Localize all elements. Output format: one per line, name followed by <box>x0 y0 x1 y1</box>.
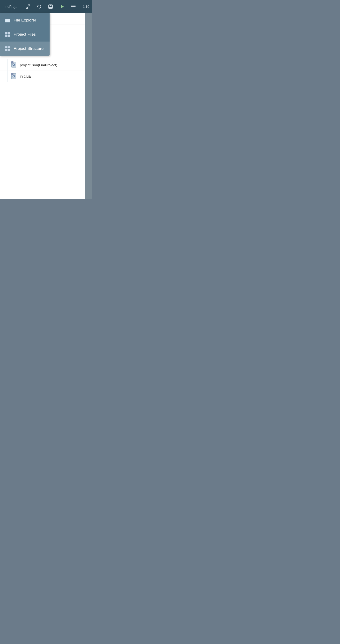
project-structure-label: Project Structure <box>14 46 44 51</box>
play-button[interactable] <box>58 3 66 10</box>
svg-rect-10 <box>5 32 7 34</box>
save-button[interactable] <box>47 3 54 10</box>
dropdown-project-structure[interactable]: Project Structure <box>0 42 50 56</box>
toolbar: moProject) 1:10 <box>0 0 92 13</box>
dropdown-menu: File Explorer Project Files <box>0 13 50 56</box>
svg-rect-15 <box>8 46 10 48</box>
svg-rect-16 <box>5 49 7 51</box>
editor-title: moProject) <box>3 5 20 8</box>
tree-item-project-json[interactable]: project.json(LuaProject) <box>0 59 85 71</box>
svg-line-0 <box>26 7 28 8</box>
svg-rect-9 <box>5 19 10 22</box>
minimize-button[interactable] <box>24 3 32 10</box>
svg-rect-17 <box>8 49 10 51</box>
svg-line-1 <box>28 5 30 6</box>
editor-area <box>85 13 92 199</box>
time-display: 1:10 <box>81 5 89 8</box>
svg-rect-13 <box>8 35 10 37</box>
grid-icon <box>5 32 10 37</box>
dropdown-project-files[interactable]: Project Files <box>0 28 50 42</box>
init-lua-below-label: init.lua <box>20 74 31 78</box>
dropdown-file-explorer[interactable]: File Explorer <box>0 13 50 28</box>
main-content: File Explorer Project Files <box>0 13 92 199</box>
project-json-label: project.json(LuaProject) <box>20 63 57 67</box>
svg-rect-3 <box>50 5 52 6</box>
file-explorer-label: File Explorer <box>14 18 36 23</box>
svg-rect-4 <box>49 7 52 8</box>
project-files-label: Project Files <box>14 32 36 37</box>
svg-rect-11 <box>8 32 10 34</box>
structure-icon <box>5 46 10 52</box>
svg-marker-5 <box>61 5 64 8</box>
folder-icon <box>5 18 10 23</box>
refresh-button[interactable] <box>36 3 43 10</box>
svg-rect-12 <box>5 35 7 37</box>
svg-rect-14 <box>5 46 7 48</box>
menu-button[interactable] <box>70 3 77 10</box>
tree-item-init-lua-below[interactable]: init.lua <box>0 71 85 82</box>
